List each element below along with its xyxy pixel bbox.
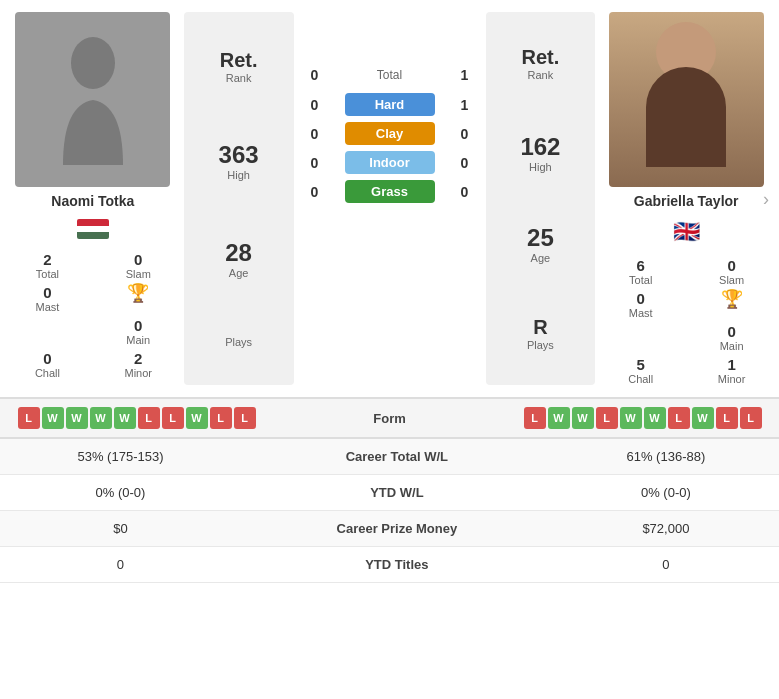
right-slam-value: 0 <box>727 257 735 274</box>
left-total-stat: 2 Total <box>8 251 87 280</box>
right-form-badges: L W W L W W L W L L <box>518 407 767 429</box>
left-form-7: L <box>162 407 184 429</box>
left-trophy-icon: 🏆 <box>127 284 149 302</box>
left-slam-label: Slam <box>126 268 151 280</box>
indoor-left-score: 0 <box>300 155 330 171</box>
right-player-photo <box>609 12 764 187</box>
left-high-label: High <box>219 169 259 181</box>
chevron-right-icon: › <box>763 188 769 209</box>
right-age-label: Age <box>527 252 554 264</box>
right-high-label: High <box>520 161 560 173</box>
left-minor-value: 2 <box>134 350 142 367</box>
hard-badge: Hard <box>345 93 435 116</box>
right-total-score: 1 <box>450 67 480 83</box>
right-slam-stat: 0 Slam <box>692 257 771 286</box>
right-slam-label: Slam <box>719 274 744 286</box>
right-high-stat: 162 High <box>520 133 560 173</box>
flag-stripe-red <box>77 219 109 226</box>
right-form-4: L <box>596 407 618 429</box>
left-ytd-wl: 0% (0-0) <box>0 475 241 511</box>
left-form-8: W <box>186 407 208 429</box>
right-rank-label: Rank <box>522 69 560 81</box>
right-form-7: L <box>668 407 690 429</box>
indoor-badge: Indoor <box>345 151 435 174</box>
hard-right-score: 1 <box>450 97 480 113</box>
left-mast-value: 0 <box>43 284 51 301</box>
form-label: Form <box>265 411 514 426</box>
hard-left-score: 0 <box>300 97 330 113</box>
right-prize-money: $72,000 <box>553 511 779 547</box>
left-player-flag <box>77 219 109 239</box>
left-career-wl: 53% (175-153) <box>0 439 241 475</box>
left-plays-stat: Plays <box>225 336 252 348</box>
left-high-stat: 363 High <box>219 141 259 181</box>
right-form-5: W <box>620 407 642 429</box>
left-age-stat: 28 Age <box>225 239 252 279</box>
grass-right-score: 0 <box>450 184 480 200</box>
right-trophy-stat: 🏆 <box>692 290 771 319</box>
table-row: $0 Career Prize Money $72,000 <box>0 511 779 547</box>
left-form-1: L <box>18 407 40 429</box>
flag-stripe-white <box>77 226 109 233</box>
right-chall-label: Chall <box>628 373 653 385</box>
left-main-value: 0 <box>134 317 142 334</box>
left-chall-label: Chall <box>35 367 60 379</box>
grass-left-score: 0 <box>300 184 330 200</box>
right-stats-grid: 6 Total 0 Slam 0 Mast 🏆 0 Main <box>601 257 771 385</box>
right-player-flag: 🇬🇧 <box>673 219 700 245</box>
left-mast-stat: 0 Mast <box>8 284 87 313</box>
hungary-flag-icon <box>77 219 109 239</box>
left-middle-stats: Ret. Rank 363 High 28 Age Plays <box>184 12 294 385</box>
left-minor-stat: 2 Minor <box>99 350 178 379</box>
left-form-badges: L W W W W L L W L L <box>12 407 261 429</box>
table-row: 53% (175-153) Career Total W/L 61% (136-… <box>0 439 779 475</box>
right-form-9: L <box>716 407 738 429</box>
right-age-stat: 25 Age <box>527 224 554 264</box>
right-minor-stat: 1 Minor <box>692 356 771 385</box>
left-form-9: L <box>210 407 232 429</box>
ytd-titles-label: YTD Titles <box>241 547 553 583</box>
left-slam-stat: 0 Slam <box>99 251 178 280</box>
right-form-3: W <box>572 407 594 429</box>
grass-surface-row: 0 Grass 0 <box>300 180 480 203</box>
right-form-6: W <box>644 407 666 429</box>
right-career-wl: 61% (136-88) <box>553 439 779 475</box>
left-trophy-stat: 🏆 <box>99 284 178 313</box>
left-form-5: W <box>114 407 136 429</box>
indoor-surface-row: 0 Indoor 0 <box>300 151 480 174</box>
right-trophy-icon: 🏆 <box>721 290 743 308</box>
indoor-right-score: 0 <box>450 155 480 171</box>
left-player-name: Naomi Totka <box>51 193 134 209</box>
grass-badge: Grass <box>345 180 435 203</box>
right-form-1: L <box>524 407 546 429</box>
stats-table-body: 53% (175-153) Career Total W/L 61% (136-… <box>0 439 779 583</box>
left-form-4: W <box>90 407 112 429</box>
left-age-value: 28 <box>225 239 252 267</box>
left-age-label: Age <box>225 267 252 279</box>
career-wl-label: Career Total W/L <box>241 439 553 475</box>
right-minor-value: 1 <box>727 356 735 373</box>
clay-right-score: 0 <box>450 126 480 142</box>
right-age-value: 25 <box>527 224 554 252</box>
right-plays-label: Plays <box>527 339 554 351</box>
left-mast-label: Mast <box>36 301 60 313</box>
right-ytd-titles: 0 <box>553 547 779 583</box>
total-label: Total <box>330 68 450 82</box>
silhouette-icon <box>53 35 133 165</box>
left-form-2: W <box>42 407 64 429</box>
left-ret-rank: Ret. Rank <box>220 49 258 84</box>
player-comparison-card: Naomi Totka 2 Total 0 Slam 0 <box>0 0 779 397</box>
right-main-stat: 0 Main <box>692 323 771 352</box>
main-container: Naomi Totka 2 Total 0 Slam 0 <box>0 0 779 583</box>
left-chall-value: 0 <box>43 350 51 367</box>
right-form-10: L <box>740 407 762 429</box>
right-main-label: Main <box>720 340 744 352</box>
svg-point-0 <box>71 37 115 89</box>
left-high-value: 363 <box>219 141 259 169</box>
left-main-stat: 0 Main <box>99 317 178 346</box>
left-player-photo <box>15 12 170 187</box>
right-ytd-wl: 0% (0-0) <box>553 475 779 511</box>
right-total-value: 6 <box>637 257 645 274</box>
right-form-2: W <box>548 407 570 429</box>
left-total-score: 0 <box>300 67 330 83</box>
